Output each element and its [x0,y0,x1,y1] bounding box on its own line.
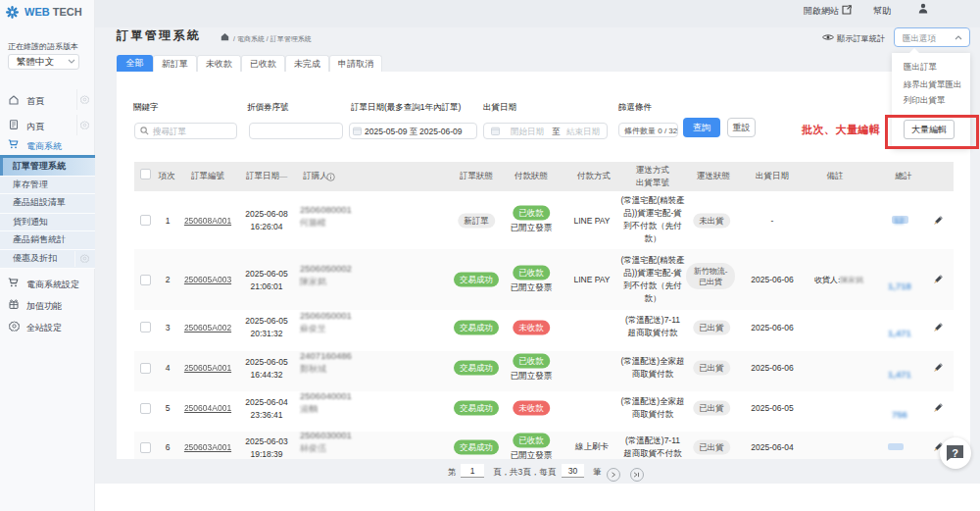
svg-text:?: ? [952,447,958,459]
